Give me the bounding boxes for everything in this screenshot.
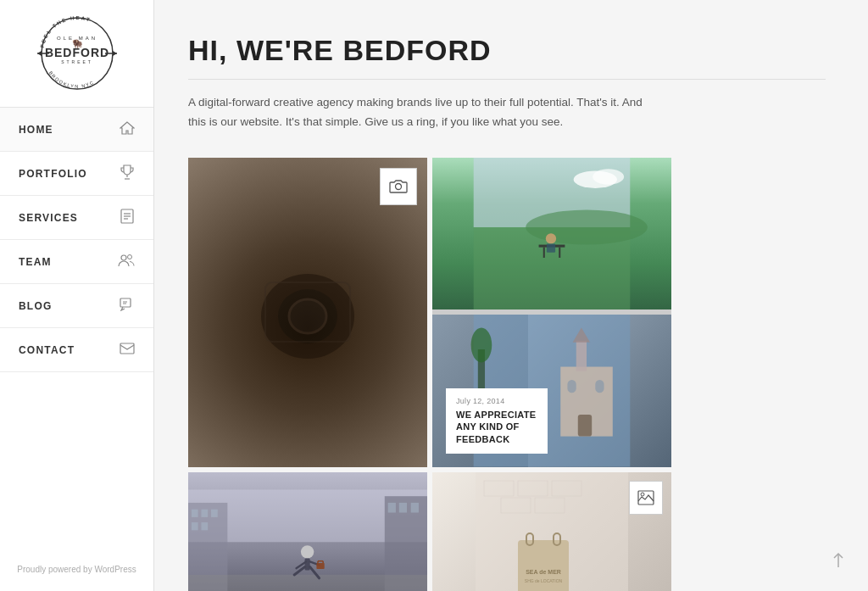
svg-text:SHG de LOCATION: SHG de LOCATION: [525, 578, 563, 583]
svg-rect-53: [201, 522, 208, 530]
svg-rect-34: [543, 248, 545, 258]
svg-rect-55: [388, 503, 396, 513]
header-divider: [188, 79, 826, 80]
svg-point-36: [546, 233, 556, 243]
camera-overlay-icon[interactable]: [380, 168, 417, 205]
page-description: A digital-forward creative agency making…: [188, 93, 646, 132]
svg-rect-75: [518, 540, 569, 591]
svg-point-32: [526, 209, 648, 244]
nav-portfolio-label: PORTFOLIO: [19, 168, 87, 180]
svg-point-25: [289, 299, 326, 333]
svg-point-18: [128, 255, 132, 259]
blog-title: WE APPRECIATE ANY KIND OF FEEDBACK: [456, 409, 537, 445]
sidebar-item-team[interactable]: TEAM: [0, 240, 153, 284]
svg-rect-19: [120, 298, 131, 307]
svg-rect-60: [305, 558, 310, 570]
svg-point-17: [121, 255, 126, 260]
blog-icon: [120, 298, 135, 314]
svg-rect-49: [192, 510, 198, 517]
street-photo: [188, 472, 427, 591]
svg-rect-58: [188, 575, 427, 591]
product-overlay-icon[interactable]: [629, 481, 663, 515]
svg-rect-65: [316, 563, 324, 569]
grid-item-product[interactable]: SEA de MER SHG de LOCATION: [432, 472, 671, 591]
camera-shape: [240, 261, 376, 363]
page-title: HI, WE'RE BEDFORD: [188, 34, 826, 67]
grid-item-field[interactable]: July 12, 2014 WE APPRECIATE ANY KIND OF …: [432, 158, 671, 467]
nav: HOME PORTFOLIO SeRvicES: [0, 108, 153, 551]
svg-rect-22: [120, 343, 134, 354]
services-icon: [120, 209, 135, 226]
sidebar-item-portfolio[interactable]: PORTFOLIO: [0, 152, 153, 196]
svg-marker-6: [113, 51, 117, 56]
page-header: HI, WE'RE BEDFORD A digital-forward crea…: [188, 34, 826, 132]
main-content: HI, WE'RE BEDFORD A digital-forward crea…: [154, 0, 868, 591]
svg-point-81: [641, 493, 644, 496]
nav-blog-label: BLOG: [19, 300, 52, 312]
sidebar-item-services[interactable]: SeRvicES: [0, 196, 153, 240]
nav-team-label: TEAM: [19, 256, 52, 268]
svg-text:BROOKLYN NYC: BROOKLYN NYC: [47, 70, 95, 89]
svg-rect-37: [547, 243, 555, 252]
field-person-illustration: [432, 158, 671, 310]
svg-rect-44: [567, 380, 576, 393]
team-icon: [118, 254, 135, 270]
sidebar: FEEL THE HEAT OLE MAN BEDFORD 🦬 STREET B…: [0, 0, 154, 591]
grid-item-street[interactable]: [188, 472, 427, 591]
svg-marker-4: [37, 51, 42, 56]
scroll-up-button[interactable]: [826, 549, 851, 574]
logo-badge: FEEL THE HEAT OLE MAN BEDFORD 🦬 STREET B…: [31, 15, 124, 92]
contact-icon: [120, 343, 135, 357]
svg-rect-50: [201, 510, 208, 517]
svg-text:STREET: STREET: [61, 59, 93, 64]
svg-rect-56: [399, 503, 407, 513]
street-illustration: [188, 472, 427, 591]
svg-text:SEA de MER: SEA de MER: [526, 569, 561, 575]
svg-rect-46: [578, 415, 592, 437]
gallery-icon: [637, 490, 654, 505]
sidebar-item-home[interactable]: HOME: [0, 108, 153, 152]
nav-home-label: HOME: [19, 124, 53, 136]
logo-area: FEEL THE HEAT OLE MAN BEDFORD 🦬 STREET B…: [0, 0, 153, 108]
svg-rect-52: [192, 522, 198, 530]
sidebar-item-contact[interactable]: CONTACT: [0, 328, 153, 372]
camera-icon: [389, 179, 408, 194]
svg-rect-42: [576, 341, 587, 371]
trophy-icon: [120, 164, 135, 182]
svg-text:🦬: 🦬: [72, 38, 83, 49]
svg-rect-35: [559, 248, 560, 258]
grid-item-blog[interactable]: July 12, 2014 WE APPRECIATE ANY KIND OF …: [432, 315, 671, 467]
svg-rect-51: [211, 510, 218, 517]
logo-svg: FEEL THE HEAT OLE MAN BEDFORD 🦬 STREET B…: [31, 16, 124, 91]
home-icon: [120, 121, 135, 137]
image-grid: July 12, 2014 WE APPRECIATE ANY KIND OF …: [188, 158, 671, 591]
nav-services-label: SeRvicES: [19, 212, 78, 224]
svg-rect-45: [595, 380, 604, 393]
field-photo: [432, 158, 671, 310]
product-photo: SEA de MER SHG de LOCATION: [432, 472, 671, 591]
nav-contact-label: CONTACT: [19, 344, 75, 356]
blog-date: July 12, 2014: [456, 397, 537, 405]
powered-by-text: Proudly powered by WordPress: [17, 551, 136, 574]
svg-rect-57: [411, 503, 419, 513]
svg-point-27: [396, 183, 402, 189]
grid-item-camera[interactable]: [188, 158, 427, 467]
svg-point-40: [471, 328, 492, 363]
blog-card: July 12, 2014 WE APPRECIATE ANY KIND OF …: [446, 388, 548, 454]
svg-text:FEEL THE HEAT: FEEL THE HEAT: [39, 16, 92, 48]
scroll-up-icon: [832, 552, 845, 571]
svg-point-30: [593, 169, 624, 184]
svg-point-59: [301, 545, 314, 558]
sidebar-item-blog[interactable]: BLOG: [0, 284, 153, 328]
